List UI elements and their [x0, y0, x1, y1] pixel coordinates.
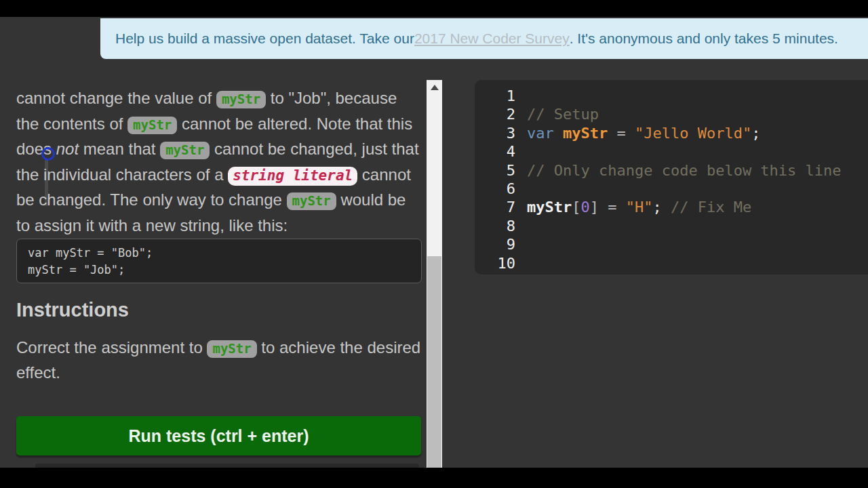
token-plain [554, 125, 563, 142]
editor-line[interactable]: 6 [475, 180, 868, 198]
editor-code[interactable]: myStr[0] = "H"; // Fix Me [527, 198, 751, 216]
line-number: 8 [475, 217, 515, 235]
page-background: Help us build a massive open dataset. Ta… [0, 17, 868, 468]
banner-text-after: . It's anonymous and only takes 5 minute… [570, 30, 838, 47]
scrollbar-thumb[interactable] [427, 256, 441, 468]
editor-code[interactable]: // Setup [527, 105, 599, 123]
token-def: myStr [563, 125, 608, 142]
token-comment: // Fix Me [671, 199, 751, 216]
editor-line[interactable]: 4 [475, 142, 868, 161]
editor-line[interactable]: 8 [475, 217, 868, 235]
code-line: myStr = "Job"; [28, 262, 410, 279]
token-str: "Jello World" [635, 125, 751, 142]
inline-code: myStr [287, 192, 336, 210]
editor-code[interactable]: var myStr = "Jello World"; [527, 124, 760, 142]
line-number: 3 [475, 124, 515, 142]
line-number: 1 [475, 87, 515, 105]
banner-text-before: Help us build a massive open dataset. Ta… [115, 30, 414, 47]
token-num: 0 [580, 199, 589, 216]
survey-banner: Help us build a massive open dataset. Ta… [100, 18, 868, 59]
token-str: "H" [626, 199, 653, 216]
letterbox-bottom [0, 468, 868, 488]
token-op: ] [590, 199, 599, 216]
text-cursor-trail [45, 160, 48, 206]
letterbox-top [0, 0, 868, 17]
mouse-click-indicator-icon [41, 147, 55, 161]
editor-line[interactable]: 10 [475, 254, 868, 272]
inline-code: myStr [216, 91, 266, 108]
code-line: var myStr = "Bob"; [28, 245, 410, 262]
editor-line[interactable]: 1 [475, 87, 868, 105]
line-number: 10 [475, 254, 515, 272]
text-segment: not [56, 140, 79, 158]
editor-line[interactable]: 5// Only change code below this line [475, 161, 868, 180]
token-comment: // Only change code below this line [527, 162, 842, 179]
editor-line[interactable]: 3var myStr = "Jello World"; [475, 124, 868, 142]
editor-code[interactable]: // Only change code below this line [527, 161, 842, 180]
line-number: 2 [475, 105, 515, 123]
token-comment: // Setup [527, 106, 599, 123]
inline-code: myStr [127, 117, 177, 134]
token-op: [ [572, 199, 580, 216]
text-segment: Correct the assignment to [16, 338, 207, 357]
editor-line[interactable]: 2// Setup [475, 105, 868, 123]
scrollbar-up-arrow-icon[interactable] [431, 85, 439, 90]
editor-line[interactable]: 7myStr[0] = "H"; // Fix Me [475, 198, 868, 216]
lesson-description: cannot change the value of myStr to "Job… [16, 86, 421, 237]
line-number: 4 [475, 142, 515, 161]
instructions-heading: Instructions [16, 299, 129, 321]
example-code-block: var myStr = "Bob";myStr = "Job"; [16, 239, 422, 283]
line-number: 9 [475, 235, 515, 253]
instructions-text: Correct the assignment to myStr to achie… [16, 336, 423, 385]
inline-code: myStr [207, 340, 256, 358]
inline-code-highlight: string literal [228, 167, 357, 186]
survey-link[interactable]: 2017 New Coder Survey [414, 30, 570, 47]
token-kw: var [527, 125, 554, 142]
token-op: = [599, 199, 626, 216]
run-tests-button[interactable]: Run tests (ctrl + enter) [16, 416, 421, 455]
line-number: 5 [475, 161, 515, 180]
token-defwhite: myStr [527, 199, 572, 216]
editor-line[interactable]: 9 [475, 235, 868, 253]
line-number: 7 [475, 198, 515, 216]
text-segment: cannot change the value of [16, 89, 216, 107]
lesson-scrollbar[interactable] [427, 80, 442, 468]
code-editor[interactable]: 12// Setup3var myStr = "Jello World";45/… [475, 80, 868, 274]
line-number: 6 [475, 180, 515, 198]
token-op: = [608, 125, 635, 142]
text-segment: mean that [79, 140, 160, 158]
token-plain: ; [652, 199, 671, 216]
token-plain: ; [751, 125, 760, 142]
inline-code: myStr [160, 142, 210, 159]
